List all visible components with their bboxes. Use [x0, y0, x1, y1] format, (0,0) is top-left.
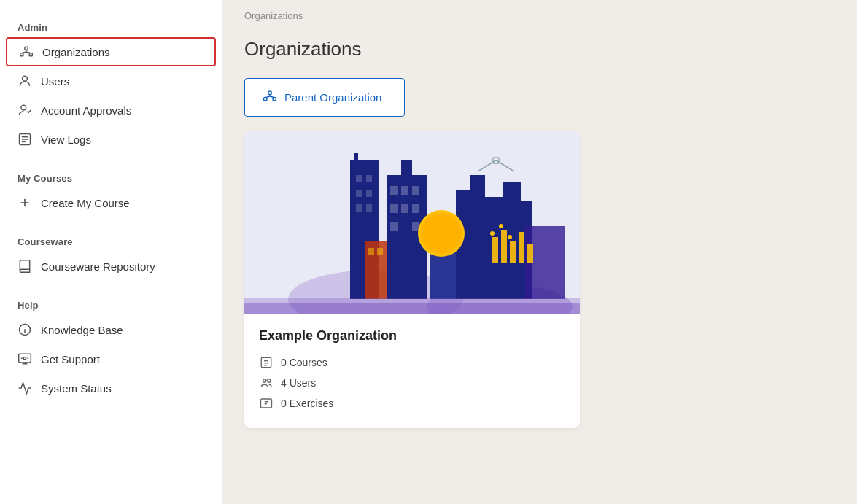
org-card-body: Example Organization 0 Courses — [244, 314, 580, 428]
svg-rect-19 — [264, 98, 267, 101]
sidebar-item-courseware-repository-label: Courseware Repository — [41, 260, 155, 273]
svg-rect-57 — [365, 241, 387, 299]
org-stat-users: 4 Users — [259, 376, 565, 390]
svg-rect-36 — [366, 175, 372, 182]
main-content: Organizations Organizations Parent Organ… — [222, 0, 857, 504]
sidebar-item-create-my-course-label: Create My Course — [41, 197, 130, 209]
svg-rect-42 — [401, 160, 412, 182]
sidebar-item-knowledge-base[interactable]: Knowledge Base — [0, 315, 222, 344]
sidebar-item-knowledge-base-label: Knowledge Base — [41, 324, 123, 336]
sidebar-item-account-approvals-label: Account Approvals — [41, 104, 131, 117]
svg-point-79 — [263, 379, 267, 383]
account-approvals-icon — [18, 103, 32, 117]
svg-rect-47 — [401, 204, 408, 213]
svg-point-61 — [421, 213, 462, 254]
admin-section-label: Admin — [0, 15, 222, 37]
svg-rect-37 — [356, 190, 362, 197]
svg-point-16 — [25, 327, 26, 327]
book-icon — [18, 259, 32, 274]
support-icon — [18, 352, 32, 366]
parent-org-label: Parent Organization — [284, 91, 381, 104]
courses-stat-icon — [259, 355, 274, 370]
svg-line-4 — [22, 52, 26, 53]
plus-icon — [18, 195, 32, 210]
svg-rect-38 — [366, 190, 372, 197]
svg-line-5 — [26, 52, 31, 53]
svg-rect-62 — [492, 237, 498, 263]
exercises-count: 0 Exercises — [281, 398, 333, 409]
courses-count: 0 Courses — [281, 357, 327, 368]
svg-point-6 — [23, 76, 28, 81]
svg-rect-1 — [25, 47, 28, 50]
svg-rect-29 — [470, 175, 485, 299]
sidebar-item-view-logs-label: View Logs — [41, 133, 91, 146]
sidebar-item-create-my-course[interactable]: Create My Course — [0, 188, 222, 217]
parent-organization-button[interactable]: Parent Organization — [244, 78, 405, 117]
org-card[interactable]: Example Organization 0 Courses — [244, 131, 580, 428]
sidebar-item-system-status-label: System Status — [41, 382, 112, 395]
svg-rect-0 — [20, 53, 23, 56]
view-logs-icon — [18, 132, 32, 147]
sidebar-item-organizations-label: Organizations — [42, 46, 110, 58]
my-courses-section-label: My Courses — [0, 166, 222, 188]
svg-rect-35 — [356, 175, 362, 182]
svg-rect-44 — [401, 186, 408, 195]
page-title: Organizations — [244, 38, 835, 61]
svg-line-23 — [265, 96, 270, 98]
svg-rect-64 — [510, 241, 516, 263]
svg-rect-58 — [368, 248, 374, 255]
help-section-label: Help — [0, 292, 222, 315]
org-card-image — [244, 131, 580, 314]
svg-rect-81 — [261, 399, 272, 408]
svg-rect-45 — [412, 186, 419, 195]
users-count: 4 Users — [281, 377, 316, 389]
sidebar-item-system-status[interactable]: System Status — [0, 373, 222, 403]
svg-rect-39 — [356, 204, 362, 212]
content-area: Organizations Parent Organization — [222, 31, 857, 450]
sidebar-item-view-logs[interactable]: View Logs — [0, 125, 222, 154]
svg-rect-74 — [244, 303, 580, 314]
svg-point-67 — [490, 231, 495, 236]
svg-rect-66 — [527, 244, 533, 263]
svg-point-7 — [21, 105, 26, 110]
svg-rect-34 — [354, 153, 358, 175]
sidebar-item-users-label: Users — [41, 75, 69, 88]
svg-rect-21 — [273, 98, 276, 101]
users-stat-icon — [259, 376, 274, 390]
svg-line-24 — [270, 96, 274, 98]
svg-rect-17 — [19, 354, 31, 363]
svg-rect-40 — [366, 204, 372, 212]
svg-point-69 — [508, 235, 512, 239]
svg-rect-63 — [501, 230, 507, 263]
courseware-section-label: Courseware — [0, 229, 222, 252]
org-stat-courses: 0 Courses — [259, 355, 565, 370]
sidebar-item-organizations[interactable]: Organizations — [6, 37, 216, 66]
organizations-icon — [19, 44, 34, 59]
info-icon — [18, 322, 32, 337]
svg-rect-65 — [519, 232, 524, 263]
svg-rect-49 — [390, 222, 398, 231]
sidebar-item-users[interactable]: Users — [0, 66, 222, 96]
sidebar: Admin Organizations Users — [0, 0, 222, 504]
exercises-stat-icon — [259, 396, 274, 411]
sidebar-item-get-support-label: Get Support — [41, 353, 100, 365]
sidebar-item-get-support[interactable]: Get Support — [0, 344, 222, 373]
users-icon — [18, 74, 32, 88]
svg-rect-48 — [412, 204, 419, 213]
breadcrumb: Organizations — [222, 0, 857, 31]
org-card-title: Example Organization — [259, 328, 565, 344]
parent-org-icon — [263, 89, 277, 106]
svg-point-68 — [499, 224, 503, 228]
org-stat-exercises: 0 Exercises — [259, 396, 565, 411]
svg-point-80 — [268, 379, 271, 383]
svg-rect-46 — [390, 204, 398, 213]
svg-rect-43 — [390, 186, 398, 195]
system-status-icon — [18, 381, 32, 395]
sidebar-item-account-approvals[interactable]: Account Approvals — [0, 96, 222, 125]
svg-rect-2 — [29, 53, 32, 56]
svg-point-18 — [23, 357, 26, 360]
svg-rect-20 — [268, 91, 271, 94]
svg-rect-59 — [377, 248, 383, 255]
sidebar-item-courseware-repository[interactable]: Courseware Repository — [0, 252, 222, 281]
svg-rect-75 — [261, 357, 271, 368]
